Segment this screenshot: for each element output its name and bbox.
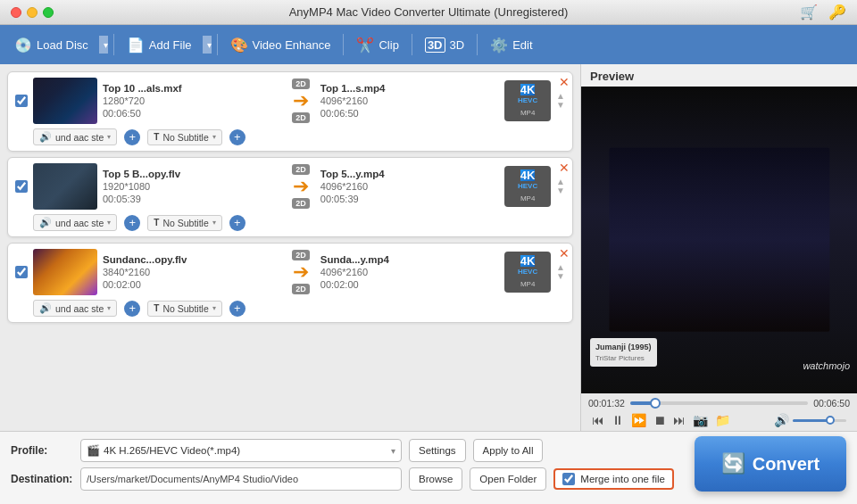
file-2-remove-button[interactable]: ✕ bbox=[559, 161, 570, 175]
user-icon[interactable]: 🔑 bbox=[828, 4, 846, 21]
file-1-add-audio-button[interactable]: + bbox=[124, 129, 140, 145]
file-2-format-badge[interactable]: 4K HEVC MP4 bbox=[504, 166, 551, 207]
clip-button[interactable]: ✂️ Clip bbox=[349, 32, 405, 58]
maximize-button[interactable] bbox=[43, 7, 54, 18]
screenshot-button[interactable]: 📷 bbox=[693, 414, 708, 426]
volume-track[interactable] bbox=[793, 419, 846, 422]
stop-button[interactable]: ⏹ bbox=[653, 414, 666, 426]
file-3-input-res: 3840*2160 bbox=[103, 267, 281, 277]
cart-icon[interactable]: 🛒 bbox=[800, 4, 818, 21]
file-2-arrow: 2D ➔ 2D bbox=[287, 164, 315, 209]
folder-button[interactable]: 📁 bbox=[715, 414, 730, 426]
file-3-input-duration: 00:02:00 bbox=[103, 279, 281, 290]
file-2-subtitle-select[interactable]: T No Subtitle ▾ bbox=[147, 215, 221, 231]
file-2-down-icon[interactable]: ▼ bbox=[556, 186, 565, 195]
load-disc-dropdown[interactable] bbox=[99, 36, 108, 54]
file-1-down-icon[interactable]: ▼ bbox=[556, 101, 565, 110]
file-1-input-name: Top 10 ...als.mxf bbox=[103, 83, 281, 94]
file-2-add-subtitle-button[interactable]: + bbox=[229, 215, 245, 231]
file-3-checkbox[interactable] bbox=[15, 266, 28, 278]
file-2-input-res: 1920*1080 bbox=[103, 181, 281, 192]
file-1-remove-button[interactable]: ✕ bbox=[559, 75, 570, 89]
file-3-subtitle-select[interactable]: T No Subtitle ▾ bbox=[147, 301, 221, 317]
file-3-arrow-icon: ➔ bbox=[293, 262, 309, 282]
progress-track[interactable] bbox=[630, 401, 808, 405]
file-1-arrow-icon: ➔ bbox=[293, 91, 309, 111]
subtitle-t-icon: T bbox=[154, 132, 159, 142]
file-1-subtitle-select[interactable]: T No Subtitle ▾ bbox=[147, 129, 221, 145]
file-3-output-duration: 00:02:00 bbox=[320, 279, 499, 290]
subtitle-t-icon-2: T bbox=[154, 218, 159, 227]
destination-input[interactable] bbox=[80, 467, 402, 491]
title-bar: AnyMP4 Mac Video Converter Ultimate (Unr… bbox=[0, 0, 857, 25]
audio-chevron-icon-3: ▾ bbox=[107, 304, 111, 312]
volume-thumb[interactable] bbox=[826, 416, 835, 425]
file-2-output-res: 4096*2160 bbox=[320, 181, 499, 192]
file-item: Top 10 ...als.mxf 1280*720 00:06:50 2D ➔… bbox=[7, 71, 573, 152]
apply-all-button[interactable]: Apply to All bbox=[473, 439, 544, 462]
file-1-checkbox[interactable] bbox=[15, 95, 28, 107]
progress-thumb[interactable] bbox=[650, 398, 661, 409]
file-2-row-controls: ▲ ▼ bbox=[556, 178, 565, 195]
speaker-icon-2: 🔊 bbox=[39, 217, 52, 228]
skip-back-button[interactable]: ⏮ bbox=[592, 414, 604, 426]
subtitle-t-icon-3: T bbox=[154, 303, 159, 313]
volume-icon[interactable]: 🔊 bbox=[774, 414, 789, 426]
file-item-1: Top 10 ...als.mxf 1280*720 00:06:50 2D ➔… bbox=[7, 71, 573, 152]
file-1-input-duration: 00:06:50 bbox=[103, 108, 281, 119]
file-1-add-subtitle-button[interactable]: + bbox=[229, 129, 245, 145]
3d-button[interactable]: 3D 3D bbox=[418, 33, 471, 57]
file-3-down-icon[interactable]: ▼ bbox=[556, 272, 565, 281]
browse-button[interactable]: Browse bbox=[409, 467, 462, 491]
file-2-add-audio-button[interactable]: + bbox=[124, 215, 140, 231]
pause-button[interactable]: ⏸ bbox=[612, 414, 624, 426]
video-scene: Jumanji (1995) TriStar Pictures watchmoj… bbox=[581, 87, 857, 393]
file-1-format-badge[interactable]: 4K HEVC MP4 bbox=[504, 80, 551, 121]
volume-area: 🔊 bbox=[774, 414, 846, 426]
file-3-add-audio-button[interactable]: + bbox=[124, 301, 140, 317]
add-file-button[interactable]: 📄 Add File bbox=[120, 32, 199, 58]
preview-title: Preview bbox=[581, 64, 857, 87]
file-3-audio-select[interactable]: 🔊 und aac ste ▾ bbox=[33, 300, 117, 317]
file-2-badge-out: 2D bbox=[292, 198, 310, 209]
file-3-remove-button[interactable]: ✕ bbox=[559, 246, 570, 260]
file-2-audio-select[interactable]: 🔊 und aac ste ▾ bbox=[33, 214, 117, 231]
file-3-add-subtitle-button[interactable]: + bbox=[229, 301, 245, 317]
video-overlay-card: Jumanji (1995) TriStar Pictures bbox=[590, 338, 657, 367]
merge-checkbox-area[interactable]: Merge into one file bbox=[553, 468, 674, 490]
file-item-2: Top 5 B...opy.flv 1920*1080 00:05:39 2D … bbox=[7, 157, 573, 237]
file-3-output-info: Sunda...y.mp4 4096*2160 00:02:00 bbox=[320, 254, 499, 290]
settings-button[interactable]: Settings bbox=[409, 439, 466, 462]
edit-icon: ⚙️ bbox=[490, 37, 508, 54]
profile-select[interactable]: 🎬 4K H.265/HEVC Video(*.mp4) ▾ bbox=[80, 439, 402, 462]
fast-forward-button[interactable]: ⏩ bbox=[631, 414, 646, 426]
load-disc-button[interactable]: 💿 Load Disc bbox=[7, 32, 96, 58]
file-2-checkbox[interactable] bbox=[15, 180, 28, 193]
file-2-output-duration: 00:05:39 bbox=[320, 194, 499, 204]
subtitle-chevron-icon: ▾ bbox=[212, 133, 216, 141]
edit-button[interactable]: ⚙️ Edit bbox=[483, 32, 539, 58]
add-file-dropdown[interactable] bbox=[203, 36, 212, 54]
open-folder-button[interactable]: Open Folder bbox=[470, 467, 546, 491]
merge-checkbox[interactable] bbox=[562, 473, 575, 485]
traffic-lights bbox=[11, 7, 54, 18]
speaker-icon-3: 🔊 bbox=[39, 302, 52, 314]
time-bar: 00:01:32 00:06:50 bbox=[588, 398, 850, 409]
file-1-audio-select[interactable]: 🔊 und aac ste ▾ bbox=[33, 128, 117, 145]
file-3-format-badge[interactable]: 4K HEVC MP4 bbox=[504, 252, 551, 293]
time-current: 00:01:32 bbox=[588, 398, 625, 409]
convert-button[interactable]: 🔄 Convert bbox=[695, 436, 846, 492]
file-2-output-info: Top 5...y.mp4 4096*2160 00:05:39 bbox=[320, 169, 499, 204]
minimize-button[interactable] bbox=[27, 7, 37, 18]
skip-end-button[interactable]: ⏭ bbox=[673, 414, 686, 426]
convert-icon: 🔄 bbox=[721, 452, 745, 475]
video-enhance-button[interactable]: 🎨 Video Enhance bbox=[223, 32, 338, 58]
close-button[interactable] bbox=[11, 7, 21, 18]
file-1-thumbnail bbox=[33, 78, 97, 124]
3d-icon: 3D bbox=[425, 37, 445, 53]
file-1-badge-out: 2D bbox=[292, 112, 310, 123]
disc-icon: 💿 bbox=[14, 37, 32, 54]
file-3-thumbnail bbox=[33, 249, 97, 295]
file-item: Sundanc...opy.flv 3840*2160 00:02:00 2D … bbox=[7, 243, 573, 323]
audio-chevron-icon-2: ▾ bbox=[107, 219, 111, 227]
